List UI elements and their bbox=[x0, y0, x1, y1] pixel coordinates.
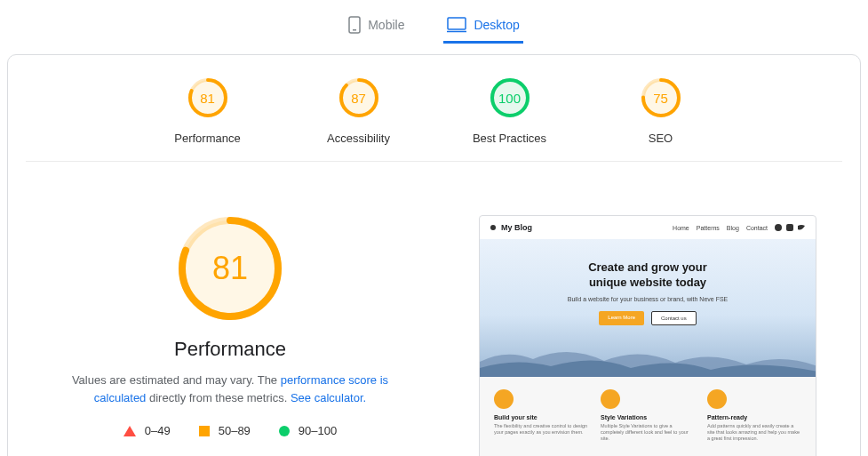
preview-header: My Blog Home Patterns Blog Contact bbox=[480, 216, 816, 239]
tab-mobile[interactable]: Mobile bbox=[345, 9, 408, 44]
performance-section: 81 Performance Values are estimated and … bbox=[26, 215, 434, 456]
preview-feature: Pattern-ready Add patterns quickly and e… bbox=[707, 389, 801, 442]
tab-mobile-label: Mobile bbox=[368, 18, 404, 32]
preview-nav: Home Patterns Blog Contact bbox=[673, 224, 805, 231]
preview-secondary-button: Contact us bbox=[651, 311, 697, 325]
triangle-icon bbox=[123, 426, 136, 436]
gauge-accessibility[interactable]: 87Accessibility bbox=[315, 76, 403, 145]
site-preview: My Blog Home Patterns Blog Contact bbox=[479, 215, 842, 456]
preview-logo: My Blog bbox=[490, 223, 532, 232]
preview-social bbox=[775, 224, 805, 231]
gauge-score: 75 bbox=[640, 76, 682, 119]
performance-big-score: 81 bbox=[177, 215, 283, 322]
square-icon bbox=[199, 426, 210, 436]
svg-rect-2 bbox=[448, 18, 466, 29]
gauge-seo[interactable]: 75SEO bbox=[617, 76, 705, 145]
gauge-score: 87 bbox=[338, 76, 380, 119]
performance-big-gauge: 81 bbox=[177, 215, 283, 322]
report-card: 81Performance87Accessibility100Best Prac… bbox=[7, 54, 861, 456]
preview-hero: Create and grow your unique website toda… bbox=[480, 239, 816, 377]
preview-hero-title: Create and grow your unique website toda… bbox=[498, 260, 798, 291]
device-tabs: Mobile Desktop bbox=[0, 0, 868, 44]
score-legend: 0–49 50–89 90–100 bbox=[123, 424, 337, 437]
gauge-best-practices[interactable]: 100Best Practices bbox=[466, 76, 554, 145]
legend-average: 50–89 bbox=[199, 424, 251, 437]
preview-feature: Build your site The flexibility and crea… bbox=[494, 389, 588, 442]
tab-desktop-label: Desktop bbox=[474, 18, 519, 32]
preview-hero-buttons: Learn More Contact us bbox=[498, 311, 798, 325]
logo-dot-icon bbox=[490, 225, 496, 230]
feature-icon bbox=[707, 389, 727, 409]
gauge-label: SEO bbox=[649, 132, 673, 145]
svg-point-14 bbox=[775, 224, 782, 231]
gauge-label: Performance bbox=[174, 132, 240, 145]
preview-hero-subtitle: Build a website for your business or bra… bbox=[498, 296, 798, 302]
gauge-label: Accessibility bbox=[327, 132, 390, 145]
feature-icon bbox=[494, 389, 514, 409]
performance-description: Values are estimated and may vary. The p… bbox=[52, 372, 408, 406]
facebook-icon bbox=[775, 224, 782, 231]
gauge-performance[interactable]: 81Performance bbox=[163, 76, 252, 145]
desktop-icon bbox=[447, 17, 466, 33]
preview-primary-button: Learn More bbox=[599, 311, 644, 325]
feature-icon bbox=[601, 389, 620, 409]
circle-icon bbox=[279, 426, 290, 436]
tab-desktop[interactable]: Desktop bbox=[443, 9, 522, 44]
gauge-label: Best Practices bbox=[473, 132, 546, 145]
see-calculator-link[interactable]: See calculator. bbox=[291, 391, 366, 404]
svg-rect-15 bbox=[786, 224, 793, 231]
gauge-score: 100 bbox=[489, 76, 531, 119]
preview-features: Build your site The flexibility and crea… bbox=[480, 377, 816, 456]
legend-poor: 0–49 bbox=[123, 424, 171, 437]
mountains-illustration bbox=[480, 340, 816, 377]
gauge-score: 81 bbox=[187, 76, 229, 119]
mobile-icon bbox=[348, 16, 361, 34]
legend-good: 90–100 bbox=[279, 424, 337, 437]
svg-rect-1 bbox=[353, 29, 356, 31]
preview-frame: My Blog Home Patterns Blog Contact bbox=[479, 215, 816, 456]
preview-feature: Style Variations Multiple Style Variatio… bbox=[601, 389, 695, 442]
instagram-icon bbox=[786, 224, 793, 231]
score-gauges-row: 81Performance87Accessibility100Best Prac… bbox=[26, 76, 842, 162]
twitter-icon bbox=[798, 224, 805, 231]
performance-title: Performance bbox=[174, 338, 286, 361]
